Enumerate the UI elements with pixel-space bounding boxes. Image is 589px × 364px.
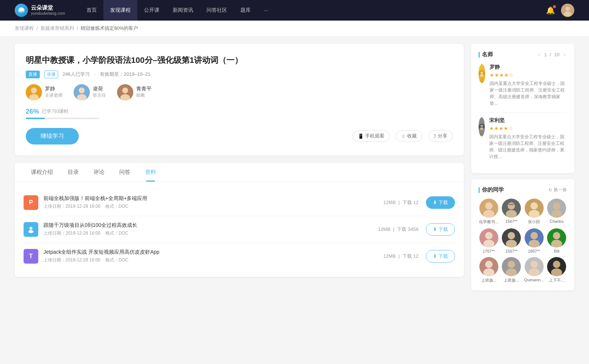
- nav-item-discover[interactable]: 发现课程: [103, 0, 137, 21]
- resource-icon-1: P: [24, 195, 38, 210]
- sidebar-teacher-luo-name: 罗静: [490, 64, 567, 71]
- tab-resources[interactable]: 资料: [138, 163, 163, 182]
- student-item-10[interactable]: 上班族...: [501, 257, 522, 283]
- student-name-4: Charles: [550, 219, 564, 224]
- sidebar-teacher-song-avatar: [479, 117, 485, 136]
- teacher-ling: 凌荷 班主任: [74, 84, 106, 100]
- teacher-luo-avatar: [26, 84, 42, 100]
- svg-point-8: [31, 88, 37, 93]
- nav-item-more[interactable]: ···: [257, 0, 275, 21]
- nav-item-home[interactable]: 首页: [80, 0, 103, 21]
- teachers-next-btn[interactable]: ›: [562, 51, 567, 58]
- resource-meta-2: 上传日期：2019-12-28 16:00 格式：DOC: [43, 230, 378, 236]
- student-item-12[interactable]: 上下不...: [547, 257, 567, 283]
- tab-review[interactable]: 评论: [86, 163, 112, 182]
- student-item-3[interactable]: 张小田: [524, 199, 544, 225]
- student-item-2[interactable]: 1567**: [501, 199, 522, 225]
- download-button-2[interactable]: ⬇ 下载: [426, 223, 455, 236]
- tabs-header: 课程介绍 目录 评论 问答 资料: [15, 163, 464, 182]
- student-name-5: 1767**: [483, 249, 495, 253]
- progress-percent: 26%: [26, 108, 39, 115]
- svg-point-6: [564, 11, 571, 17]
- nav-item-qa[interactable]: 问答社区: [200, 0, 234, 21]
- student-item-7[interactable]: 1867**: [524, 228, 544, 253]
- teachers-total: 10: [554, 52, 559, 57]
- svg-point-53: [483, 268, 494, 276]
- valid-date: 有效期至：2019–10–21: [100, 71, 150, 78]
- student-item-9[interactable]: 上班族...: [479, 257, 499, 283]
- svg-point-49: [553, 232, 560, 239]
- svg-point-47: [529, 240, 540, 247]
- course-meta: 直播 录播 246人已学习 · 有效期至：2019–10–21: [26, 71, 453, 78]
- student-item-8[interactable]: Bill: [547, 228, 567, 253]
- continue-button[interactable]: 继续学习: [26, 128, 79, 144]
- student-avatar-2: [502, 199, 521, 218]
- logo[interactable]: 云朵课堂 yundouketang.com: [15, 4, 65, 17]
- student-avatar-3: [525, 199, 544, 218]
- resource-item-1: P 前端全栈加强版！前端全栈+全周期+多端应用 上传日期：2019-12-28 …: [24, 189, 455, 216]
- sidebar-teacher-song-desc: 国内某重点大学安全工程专业硕士，国家一级注册消防工程师、注册安全工程师、级注册建…: [489, 133, 567, 160]
- student-avatar-4: [547, 199, 566, 218]
- teachers-prev-btn[interactable]: ‹: [537, 51, 541, 58]
- nav-item-exam[interactable]: 题库: [234, 0, 257, 21]
- svg-point-17: [28, 230, 33, 233]
- mobile-watch-label: 手机观看: [365, 133, 384, 139]
- nav-item-open[interactable]: 公开课: [137, 0, 166, 21]
- resource-icon-3: T: [24, 249, 38, 264]
- download-button-3[interactable]: ⬇ 下载: [426, 250, 455, 263]
- student-avatar-12: [547, 257, 566, 276]
- share-button[interactable]: ⤴ 分享: [428, 130, 453, 142]
- teachers-page: 1: [544, 52, 547, 57]
- download-button-1[interactable]: ⬇ 下载: [426, 196, 455, 209]
- breadcrumb-discover[interactable]: 发现课程: [15, 25, 34, 31]
- student-name-10: 上班族...: [504, 278, 519, 283]
- svg-point-56: [506, 268, 517, 276]
- notification-bell[interactable]: 🔔: [546, 6, 555, 15]
- course-title: 明星中教授课，小学阶段语法100分–强化级第1讲动词（一）: [26, 55, 453, 66]
- tab-catalog[interactable]: 目录: [60, 163, 86, 182]
- breadcrumb-series[interactable]: 新媒体营销系列: [40, 25, 74, 31]
- resource-meta-3: 上传日期：2019-12-28 16:00 格式：DOC: [43, 257, 383, 263]
- svg-point-34: [530, 202, 538, 210]
- svg-point-43: [508, 232, 515, 239]
- mobile-watch-button[interactable]: 📱 手机观看: [352, 130, 390, 142]
- tab-qa[interactable]: 问答: [112, 163, 138, 182]
- content-area: 明星中教授课，小学阶段语法100分–强化级第1讲动词（一） 直播 录播 246人…: [15, 44, 464, 296]
- main-layout: 明星中教授课，小学阶段语法100分–强化级第1讲动词（一） 直播 录播 246人…: [0, 36, 589, 304]
- tab-intro[interactable]: 课程介绍: [24, 163, 60, 182]
- logo-name: 云朵课堂: [31, 4, 65, 11]
- svg-point-61: [553, 261, 560, 268]
- student-avatar-8: [547, 228, 566, 247]
- sidebar-teacher-song: 宋利坚 ★★★★☆ 国内某重点大学安全工程专业硕士，国家一级注册消防工程师、注册…: [479, 117, 567, 160]
- student-avatar-1: [479, 199, 498, 218]
- teacher-qing-avatar: [117, 84, 133, 100]
- student-item-4[interactable]: Charles: [547, 199, 567, 225]
- student-name-11: Quesann...: [524, 278, 544, 282]
- student-item-5[interactable]: 1767**: [479, 228, 499, 253]
- students-grid: 化学教书... 1567**: [479, 199, 567, 283]
- teacher-ling-avatar: [74, 84, 90, 100]
- svg-point-55: [508, 261, 515, 268]
- students-card: 你的同学 ↻ 换一换 化学教书...: [471, 179, 574, 290]
- refresh-button[interactable]: ↻ 换一换: [549, 187, 567, 193]
- user-avatar[interactable]: [561, 4, 574, 17]
- nav-item-news[interactable]: 新闻资讯: [166, 0, 200, 21]
- refresh-icon: ↻: [549, 188, 552, 193]
- svg-point-41: [483, 240, 494, 247]
- svg-point-30: [508, 202, 515, 210]
- logo-icon: [15, 4, 28, 17]
- student-item-1[interactable]: 化学教书...: [479, 199, 499, 225]
- collect-label: 收藏: [407, 133, 417, 139]
- student-item-6[interactable]: 1567**: [501, 228, 522, 253]
- teacher-ling-name: 凌荷: [93, 86, 106, 92]
- student-item-11[interactable]: Quesann...: [524, 257, 544, 283]
- svg-point-46: [530, 232, 538, 239]
- logo-sub: yundouketang.com: [31, 11, 65, 16]
- svg-point-23: [480, 128, 484, 130]
- svg-point-62: [551, 268, 562, 276]
- refresh-label: 换一换: [554, 187, 567, 193]
- resource-stats-3: 12MB | 下载 12: [383, 253, 419, 260]
- teacher-luo: 罗静 主讲老师: [26, 84, 63, 100]
- student-avatar-11: [525, 257, 544, 276]
- collect-button[interactable]: ☆ 收藏: [396, 130, 422, 142]
